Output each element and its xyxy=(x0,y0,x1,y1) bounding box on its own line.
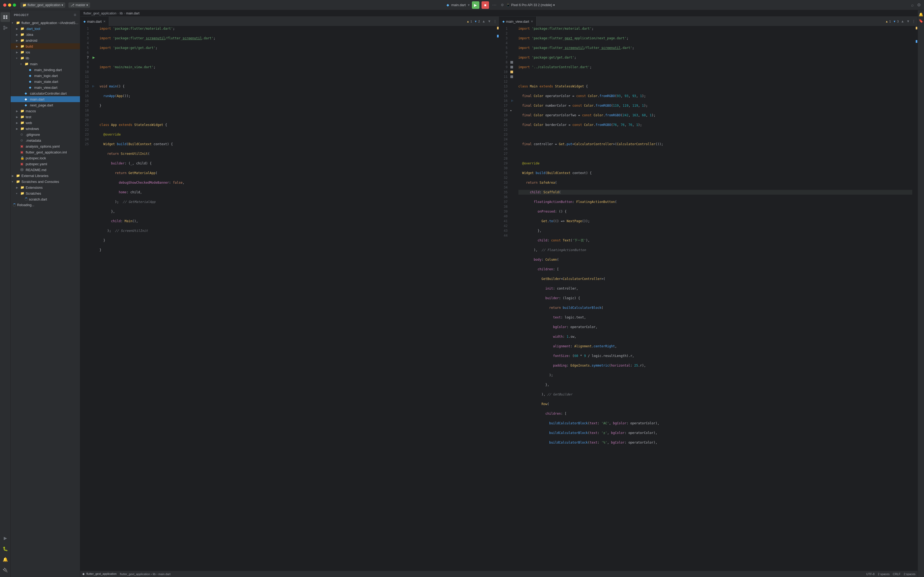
breadcrumb: flutter_gext_application › lib › main.da… xyxy=(80,10,918,16)
activity-plugin-icon[interactable]: 🔌 xyxy=(0,565,10,575)
dart-file-icon: ◆ xyxy=(29,85,33,89)
sidebar-item-web[interactable]: ▶ 📁 web xyxy=(11,120,80,126)
search-icon[interactable]: ⌕ xyxy=(911,3,914,8)
status-encoding[interactable]: UTF-8 xyxy=(866,572,874,575)
stop-button[interactable]: ■ xyxy=(481,2,489,9)
sidebar-item-idea[interactable]: ▶ 📁 .idea xyxy=(11,32,80,37)
folder-icon: 📁 xyxy=(20,50,24,54)
sidebar-item-test[interactable]: ▶ 📁 test xyxy=(11,114,80,120)
sidebar-item-scratches-consoles[interactable]: ▾ 📁 Scratches and Consoles xyxy=(11,179,80,184)
code-editor-left[interactable]: 1 2 3 4 5 6 7 8 9 10 11 12 13 xyxy=(80,26,499,571)
close-tab-icon[interactable]: ✕ xyxy=(531,20,533,23)
editor-tabs-left: ◆ main.dart ✕ ▲ 1 ▼ 2 ▲ ▼ ⋮ xyxy=(80,16,499,26)
sidebar-item-analysis[interactable]: ▶ ▣ analysis_options.yaml xyxy=(11,143,80,149)
tree-root[interactable]: ▾ 📁 flutter_gext_application ~/AndroidS.… xyxy=(11,20,80,26)
more-actions-icon[interactable]: ⋯ xyxy=(492,2,496,8)
sidebar-item-scratches[interactable]: ▾ 📁 Scratches xyxy=(11,190,80,196)
branch-selector[interactable]: ⎇ master ▾ xyxy=(68,2,90,8)
activity-project-icon[interactable] xyxy=(0,12,10,22)
breadcrumb-lib[interactable]: lib xyxy=(119,11,123,15)
run-button[interactable]: ▶ xyxy=(472,2,480,9)
sidebar-action-btn[interactable]: ≡ xyxy=(73,12,77,18)
item-label: pubspec.lock xyxy=(26,156,46,160)
notification-icon[interactable]: 🔔 xyxy=(919,12,923,16)
bc-proj[interactable]: flutter_gext_application xyxy=(120,572,150,575)
status-crlf[interactable]: CRLF xyxy=(893,572,900,575)
bc-sep: › xyxy=(156,572,158,575)
reloading-badge: Reloading... xyxy=(11,202,80,208)
sidebar-item-main-view[interactable]: ▶ ◆ main_view.dart xyxy=(11,84,80,90)
sidebar-item-main-dart[interactable]: ▶ ◆ main.dart xyxy=(11,96,80,102)
sidebar-item-main-state[interactable]: ▶ ◆ main_state.dart xyxy=(11,79,80,84)
bc-lib[interactable]: lib xyxy=(153,572,156,575)
sidebar-item-pubspec-yaml[interactable]: ▶ ▣ pubspec.yaml xyxy=(11,161,80,167)
sidebar-item-build[interactable]: ▶ 📁 build xyxy=(11,44,80,49)
item-label: scratch.dart xyxy=(29,197,47,201)
bookmark-icon[interactable]: 🔖 xyxy=(919,19,923,23)
sidebar-item-extensions[interactable]: ▶ 📁 Extensions xyxy=(11,184,80,190)
settings-gear-icon[interactable]: ⚙ xyxy=(917,2,921,8)
activity-vcs-icon[interactable] xyxy=(0,23,10,32)
sidebar-item-pubspec-lock[interactable]: ▶ 🔒 pubspec.lock xyxy=(11,155,80,161)
project-selector[interactable]: 📁 flutter_gext_application ▾ xyxy=(20,2,65,8)
breadcrumb-status: flutter_gext_application › lib › main.da… xyxy=(120,572,171,575)
item-label: .idea xyxy=(26,32,33,37)
activity-notification-icon[interactable]: 🔔 xyxy=(0,554,10,564)
close-tab-icon[interactable]: ✕ xyxy=(103,20,106,23)
status-project[interactable]: ◆ flutter_gext_application xyxy=(82,572,117,575)
sidebar-item-main-folder[interactable]: ▾ 📁 main xyxy=(11,61,80,67)
item-label: README.md xyxy=(26,168,46,172)
scroll-down-icon[interactable]: ▼ xyxy=(906,19,910,23)
activity-debug-icon[interactable]: 🐛 xyxy=(0,544,10,553)
sidebar-item-main-binding[interactable]: ▶ ◆ main_binding.dart xyxy=(11,67,80,73)
svg-line-9 xyxy=(5,27,6,27)
chevron-down-icon: ▾ xyxy=(86,3,88,7)
sidebar-item-macos[interactable]: ▶ 📁 macos xyxy=(11,108,80,114)
sidebar-item-main-logic[interactable]: ▶ ◆ main_logic.dart xyxy=(11,73,80,79)
activity-run-icon[interactable]: ▶ xyxy=(0,533,10,543)
tab-main-view-dart[interactable]: ◆ main_view.dart ✕ xyxy=(499,16,537,26)
sidebar-item-windows[interactable]: ▶ 📁 windows xyxy=(11,126,80,132)
bc-file[interactable]: main.dart xyxy=(158,572,171,575)
tab-main-dart[interactable]: ◆ main.dart ✕ xyxy=(80,16,109,26)
close-button[interactable] xyxy=(3,3,6,7)
sidebar-item-lib[interactable]: ▾ 📁 lib xyxy=(11,55,80,61)
sidebar-item-metadata[interactable]: ▶ ⊙ .metadata xyxy=(11,137,80,143)
more-options-icon[interactable]: ⋮ xyxy=(912,19,916,23)
item-label: .metadata xyxy=(26,139,41,142)
collapsed-arrow-icon: ▶ xyxy=(16,45,20,48)
sidebar-item-iml[interactable]: ▶ ▣ flutter_gext_application.iml xyxy=(11,149,80,155)
scroll-down-icon[interactable]: ▼ xyxy=(488,19,491,23)
folder-icon: 📁 xyxy=(23,3,26,7)
sidebar-item-ios[interactable]: ▶ 📁 ios xyxy=(11,49,80,55)
scroll-up-icon[interactable]: ▲ xyxy=(901,19,904,23)
sidebar-item-external-libraries[interactable]: ▶ 📁 External Libraries xyxy=(11,173,80,179)
sidebar-item-next-page[interactable]: ▶ ◆ next_page.dart xyxy=(11,102,80,108)
sidebar-item-scratch-dart[interactable]: ▶ scratch.dart xyxy=(11,196,80,202)
sidebar-item-dart-tool[interactable]: ▶ 📁 .dart_tool xyxy=(11,26,80,32)
item-label: android xyxy=(26,39,37,42)
breadcrumb-project[interactable]: flutter_gext_application xyxy=(84,11,116,15)
folder-icon: 📁 xyxy=(20,27,24,31)
status-indent[interactable]: 2 spaces xyxy=(878,572,890,575)
sidebar-item-gitignore[interactable]: ▶ ⊙ .gitignore xyxy=(11,132,80,137)
editor-pane-left: ◆ main.dart ✕ ▲ 1 ▼ 2 ▲ ▼ ⋮ xyxy=(80,16,499,571)
more-options-icon[interactable]: ⋮ xyxy=(493,19,497,23)
folder-icon: 📁 xyxy=(20,121,24,125)
collapsed-arrow-icon: ▶ xyxy=(16,27,20,30)
sidebar-item-calculator[interactable]: ▶ ◆ calculatorController.dart xyxy=(11,90,80,96)
device-selector[interactable]: 📱 Pixel 6 Pro API 33 2 (mobile) ▾ xyxy=(506,3,555,7)
settings-icon[interactable]: ⚙ xyxy=(501,3,504,7)
code-editor-right[interactable]: 1 2 3 4 5 6 7 8 9 10 11 12 13 xyxy=(499,26,918,571)
scroll-up-icon[interactable]: ▲ xyxy=(482,19,486,23)
minimize-button[interactable] xyxy=(8,3,11,7)
maximize-button[interactable] xyxy=(13,3,16,7)
breadcrumb-file[interactable]: main.dart xyxy=(126,11,139,15)
warn-icon: ▲ xyxy=(885,20,888,23)
chevron-down-icon: ▾ xyxy=(61,3,63,7)
sidebar-item-android[interactable]: ▶ 📁 android xyxy=(11,37,80,44)
iml-icon: ▣ xyxy=(20,150,24,154)
svg-rect-2 xyxy=(3,18,5,19)
svg-line-8 xyxy=(5,28,6,29)
sidebar-item-readme[interactable]: ▶ Ⓜ README.md xyxy=(11,167,80,173)
